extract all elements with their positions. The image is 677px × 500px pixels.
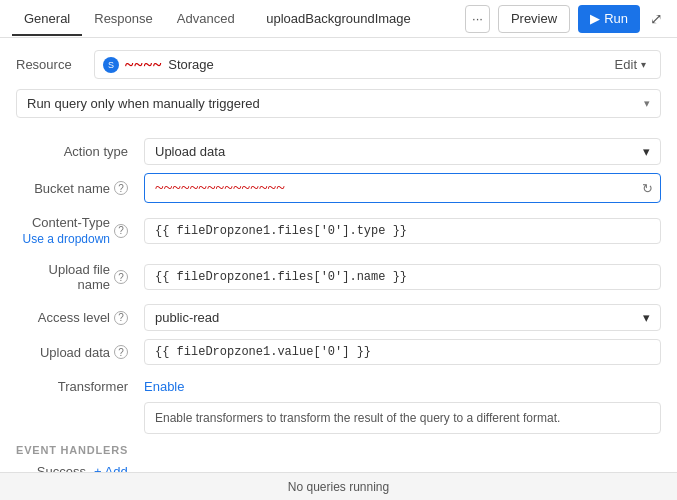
- top-nav: General Response Advanced uploadBackgrou…: [0, 0, 677, 38]
- access-level-select[interactable]: public-read ▾: [144, 304, 661, 331]
- content-type-input[interactable]: [144, 218, 661, 244]
- upload-file-name-input[interactable]: [144, 264, 661, 290]
- trigger-dropdown[interactable]: Run query only when manually triggered ▾: [16, 89, 661, 118]
- trigger-chevron-icon: ▾: [644, 97, 650, 110]
- tab-response[interactable]: Response: [82, 3, 165, 36]
- content-type-label-group: Content-Type Use a dropdown: [23, 215, 110, 246]
- access-level-info-icon[interactable]: ?: [114, 311, 128, 325]
- tab-general[interactable]: General: [12, 3, 82, 36]
- transformer-label: Transformer: [16, 379, 136, 394]
- access-level-value: public-read ▾: [136, 300, 661, 335]
- main-content: Resource S ~~~~ Storage Edit ▾ Run query…: [0, 38, 677, 472]
- content-type-info-icon[interactable]: ?: [114, 224, 128, 238]
- action-type-value: Upload data ▾: [136, 134, 661, 169]
- preview-button[interactable]: Preview: [498, 5, 570, 33]
- content-type-value: [136, 207, 661, 254]
- success-label: Success: [16, 464, 86, 472]
- action-type-select[interactable]: Upload data ▾: [144, 138, 661, 165]
- form-section: Action type Upload data ▾ Bucket name ? …: [16, 134, 661, 369]
- resource-type: Storage: [168, 57, 214, 72]
- upload-data-input[interactable]: [144, 339, 661, 365]
- refresh-icon[interactable]: ↻: [642, 181, 653, 196]
- status-text: No queries running: [288, 480, 389, 494]
- access-level-label: Access level ?: [16, 300, 136, 335]
- bucket-name-input[interactable]: [144, 173, 661, 203]
- more-button[interactable]: ···: [465, 5, 490, 33]
- run-label: Run: [604, 11, 628, 26]
- resource-name: ~~~~: [125, 56, 162, 74]
- run-icon: ▶: [590, 11, 600, 26]
- use-dropdown-link[interactable]: Use a dropdown: [23, 232, 110, 246]
- access-level-chevron-icon: ▾: [643, 310, 650, 325]
- trigger-text: Run query only when manually triggered: [27, 96, 260, 111]
- status-bar: No queries running: [0, 472, 677, 500]
- edit-resource-button[interactable]: Edit ▾: [609, 55, 652, 74]
- resource-row: Resource S ~~~~ Storage Edit ▾: [16, 50, 661, 79]
- resource-value[interactable]: S ~~~~ Storage Edit ▾: [94, 50, 661, 79]
- expand-button[interactable]: ⤢: [648, 8, 665, 30]
- resource-icon: S: [103, 57, 119, 73]
- nav-actions: ··· Preview ▶ Run ⤢: [465, 5, 665, 33]
- upload-data-label: Upload data ?: [16, 335, 136, 369]
- query-title: uploadBackgroundImage: [266, 11, 411, 26]
- access-level-text: public-read: [155, 310, 219, 325]
- upload-file-name-value: [136, 254, 661, 300]
- content-type-label: Content-Type Use a dropdown ?: [16, 207, 136, 254]
- bucket-name-wrapper: ↻: [144, 173, 661, 203]
- enable-transformer-link[interactable]: Enable: [144, 379, 184, 394]
- tab-advanced[interactable]: Advanced: [165, 3, 247, 36]
- action-type-text: Upload data: [155, 144, 225, 159]
- add-success-handler-link[interactable]: + Add: [94, 464, 128, 472]
- edit-arrow-icon: ▾: [641, 59, 646, 70]
- event-handlers-section-label: EVENT HANDLERS: [16, 444, 661, 456]
- edit-label: Edit: [615, 57, 637, 72]
- resource-label: Resource: [16, 57, 86, 72]
- run-button[interactable]: ▶ Run: [578, 5, 640, 33]
- transformer-row: Transformer Enable: [16, 375, 661, 398]
- nav-tabs: General Response Advanced: [12, 3, 247, 35]
- bucket-name-label: Bucket name ?: [16, 169, 136, 207]
- success-event-row: Success + Add: [16, 464, 661, 472]
- transformer-description: Enable transformers to transform the res…: [144, 402, 661, 434]
- transformer-value: Enable: [136, 379, 184, 394]
- upload-data-info-icon[interactable]: ?: [114, 345, 128, 359]
- upload-file-name-info-icon[interactable]: ?: [114, 270, 128, 284]
- upload-file-name-label: Upload file name ?: [16, 254, 136, 300]
- action-type-chevron-icon: ▾: [643, 144, 650, 159]
- bucket-name-value: ↻: [136, 169, 661, 207]
- bucket-name-info-icon[interactable]: ?: [114, 181, 128, 195]
- upload-data-value: [136, 335, 661, 369]
- action-type-label: Action type: [16, 134, 136, 169]
